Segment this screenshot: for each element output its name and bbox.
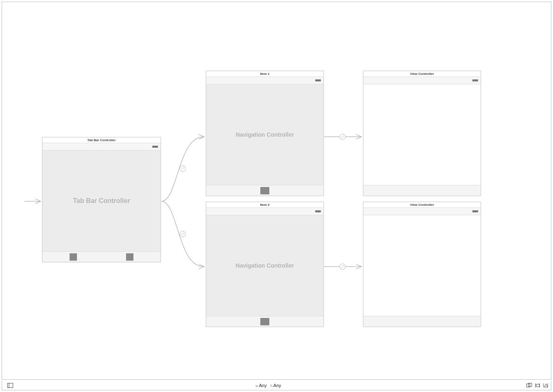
scene-tab-bar-controller[interactable]: Tab Bar Controller Tab Bar Controller [42, 137, 161, 262]
battery-icon [472, 79, 478, 81]
scene-body: Navigation Controller [206, 84, 323, 185]
scene-status-bar [363, 77, 481, 84]
battery-icon [315, 79, 321, 81]
w-value: Any [259, 383, 267, 388]
scene-status-bar [43, 143, 160, 151]
svg-point-3 [180, 231, 185, 237]
scene-title: View Controller [363, 71, 481, 77]
scene-body: Navigation Controller [206, 215, 323, 316]
scene-title: Item 1 [206, 71, 323, 77]
tab-item-icon [260, 318, 269, 325]
svg-point-9 [340, 264, 345, 270]
tab-item-2-icon [126, 253, 133, 261]
storyboard-canvas[interactable]: Tab Bar Controller Tab Bar Controller It… [2, 2, 551, 380]
pin-tool-icon[interactable] [535, 383, 540, 388]
svg-point-1 [180, 166, 185, 171]
scene-body-label: Navigation Controller [206, 131, 323, 138]
align-tool-icon[interactable] [526, 383, 532, 388]
scene-nav-controller-1[interactable]: Item 1 Navigation Controller [206, 71, 324, 196]
svg-rect-11 [8, 383, 13, 387]
svg-rect-16 [536, 384, 539, 387]
scene-body: Tab Bar Controller [43, 151, 160, 251]
scene-title: Tab Bar Controller [43, 137, 160, 143]
bottom-toolbar: wAny hAny [2, 381, 551, 390]
scene-body-label: Navigation Controller [206, 262, 323, 269]
size-class-control[interactable]: wAny hAny [18, 383, 518, 388]
resolve-issues-icon[interactable] [543, 383, 548, 388]
svg-line-10 [341, 265, 344, 268]
h-value: Any [273, 383, 281, 388]
tab-bar [206, 185, 323, 196]
scene-view-controller-2[interactable]: View Controller [363, 202, 481, 327]
tab-item-1-icon [70, 253, 77, 261]
scene-title: View Controller [363, 202, 481, 208]
scene-body [363, 215, 481, 316]
svg-line-4 [181, 232, 184, 236]
battery-icon [152, 146, 158, 148]
tab-bar [363, 316, 481, 327]
w-prefix: w [255, 384, 258, 388]
scene-status-bar [206, 77, 323, 84]
scene-body-label: Tab Bar Controller [43, 197, 160, 205]
scene-body [363, 84, 481, 185]
h-prefix: h [271, 384, 273, 388]
tab-bar [43, 251, 160, 262]
svg-point-6 [340, 134, 345, 140]
svg-line-2 [181, 167, 184, 170]
scene-view-controller-1[interactable]: View Controller [363, 71, 481, 196]
battery-icon [472, 210, 478, 212]
tab-item-icon [260, 187, 269, 194]
scene-status-bar [206, 208, 323, 215]
tab-bar [206, 316, 323, 327]
document-outline-toggle-icon[interactable] [7, 383, 13, 388]
svg-line-7 [341, 135, 344, 138]
tab-bar [363, 185, 481, 196]
scene-status-bar [363, 208, 481, 215]
scene-title: Item 2 [206, 202, 323, 208]
scene-nav-controller-2[interactable]: Item 2 Navigation Controller [206, 202, 324, 327]
battery-icon [315, 210, 321, 212]
